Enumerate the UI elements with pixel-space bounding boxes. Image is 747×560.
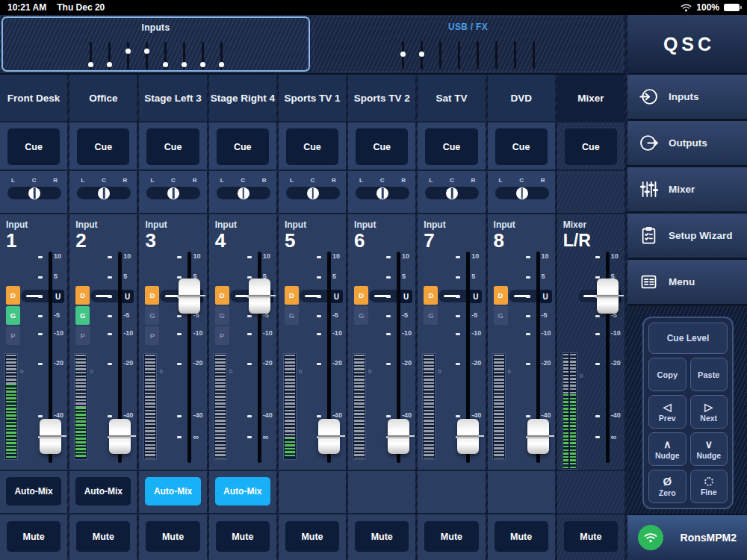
mute-button[interactable]: Mute	[564, 521, 618, 552]
pan-knob[interactable]	[446, 187, 458, 199]
chevron-up-icon: ∧	[663, 439, 671, 449]
fader-section: Input 3 DGP 0 105U-5-10-20-40∞	[139, 214, 206, 471]
fader-handle[interactable]	[457, 419, 479, 454]
sidebar-item-mixer[interactable]: Mixer	[627, 167, 747, 214]
pan-knob[interactable]	[307, 187, 319, 199]
channel-header[interactable]: DVD	[488, 75, 555, 122]
pan-track[interactable]	[77, 187, 131, 199]
cue-button[interactable]: Cue	[495, 128, 548, 165]
fader-handle[interactable]	[249, 279, 270, 314]
channel-header[interactable]: Sat TV	[418, 75, 485, 122]
fader-scale-label: ∞	[263, 432, 269, 441]
fader-scale-tick	[177, 256, 182, 258]
channel-header[interactable]: Stage Left 3	[139, 75, 206, 122]
pan-track[interactable]	[356, 187, 409, 199]
channel-header[interactable]: Sports TV 1	[279, 75, 346, 122]
fine-button[interactable]: Fine	[690, 470, 728, 503]
fader-scale-label: U	[121, 290, 134, 303]
mini-fader	[164, 42, 167, 69]
cue-level-button[interactable]: Cue Level	[648, 323, 728, 354]
pan-knob[interactable]	[516, 187, 528, 199]
automix-button[interactable]: Auto-Mix	[215, 477, 270, 505]
fader-scale-tick	[595, 436, 600, 438]
sidebar-item-label: Outputs	[669, 137, 707, 149]
mute-button[interactable]: Mute	[355, 521, 409, 552]
mute-button[interactable]: Mute	[495, 521, 548, 552]
fader-scale-tick	[526, 256, 530, 258]
cue-button[interactable]: Cue	[7, 128, 60, 165]
automix-button[interactable]: Auto-Mix	[6, 477, 61, 505]
cue-button[interactable]: Cue	[146, 128, 199, 165]
copy-button[interactable]: Copy	[648, 358, 686, 391]
cue-button[interactable]: Cue	[217, 128, 269, 165]
usbfx-bank-panel[interactable]: USB / FX	[313, 16, 623, 72]
pan-knob[interactable]	[98, 187, 110, 199]
sidebar-item-menu[interactable]: Menu	[627, 260, 747, 306]
status-bar: 10:21 AM Thu Dec 20 100%	[0, 0, 747, 15]
channel-header[interactable]: Sports TV 2	[348, 75, 415, 122]
pan-track[interactable]	[217, 187, 270, 199]
fader-scale-label: -10	[402, 329, 412, 337]
mini-fader	[202, 42, 204, 69]
inputs-bank-panel[interactable]: Inputs	[1, 16, 310, 72]
sidebar-item-setup-wizard[interactable]: Setup Wizard	[627, 214, 747, 260]
bank-selector-bar: Inputs USB / FX	[0, 15, 624, 75]
fader-scale-tick	[456, 296, 460, 298]
channel-header[interactable]: Front Desk	[0, 75, 67, 122]
cue-button[interactable]: Cue	[565, 128, 617, 165]
channel-type-label: Input	[494, 220, 515, 230]
mute-button[interactable]: Mute	[146, 521, 199, 552]
fader-scale-label: -10	[542, 329, 551, 337]
mute-button[interactable]: Mute	[285, 521, 339, 552]
channel-header[interactable]: Stage Right 4	[209, 75, 276, 122]
fader-handle[interactable]	[388, 419, 409, 454]
pan-knob[interactable]	[238, 187, 249, 199]
zero-button[interactable]: Ø Zero	[648, 470, 686, 503]
automix-button[interactable]: Auto-Mix	[75, 477, 131, 505]
fader-handle[interactable]	[109, 419, 131, 454]
fader-handle[interactable]	[179, 279, 200, 314]
pan-knob[interactable]	[376, 187, 388, 199]
paste-button[interactable]: Paste	[690, 358, 728, 391]
cue-button[interactable]: Cue	[286, 128, 338, 165]
mini-fader	[127, 42, 129, 69]
fader-section: Input 2 DGP 0 105U-5-10-20-40∞	[69, 214, 137, 471]
pan-knob[interactable]	[28, 187, 40, 199]
cue-button[interactable]: Cue	[356, 128, 408, 165]
inputs-bank-faders	[90, 42, 223, 69]
fader-scale-label: 10	[332, 252, 340, 260]
fader-handle[interactable]	[40, 419, 61, 454]
fader-handle[interactable]	[318, 419, 340, 454]
automix-button[interactable]: Auto-Mix	[145, 477, 200, 505]
channel-header[interactable]: Mixer	[557, 75, 624, 122]
pan-track[interactable]	[286, 187, 340, 199]
pan-track[interactable]	[425, 187, 479, 199]
fader-scale-tick	[177, 363, 182, 365]
cue-button[interactable]: Cue	[425, 128, 477, 165]
cue-button[interactable]: Cue	[77, 128, 129, 165]
channel-header[interactable]: Office	[69, 75, 137, 122]
mute-button[interactable]: Mute	[7, 521, 61, 552]
nudge-down-button[interactable]: ∨ Nudge	[690, 432, 728, 466]
pan-track[interactable]	[495, 187, 549, 199]
mute-button[interactable]: Mute	[216, 521, 270, 552]
mute-button[interactable]: Mute	[76, 521, 130, 552]
fader-scale-tick	[108, 315, 112, 317]
nudge-up-button[interactable]: ∧ Nudge	[648, 432, 686, 466]
sidebar-item-outputs[interactable]: Outputs	[627, 121, 747, 167]
sidebar-item-inputs[interactable]: Inputs	[627, 75, 747, 121]
pan-knob[interactable]	[167, 187, 179, 199]
next-button[interactable]: ▷ Next	[690, 395, 728, 429]
mini-fader	[146, 42, 148, 69]
channel-name: Sports TV 1	[284, 93, 340, 104]
prev-button[interactable]: ◁ Prev	[648, 395, 686, 429]
pan-track[interactable]	[7, 187, 61, 199]
dynamics-indicator-p: P	[145, 326, 159, 345]
fader-scale-label: -40	[123, 411, 133, 419]
fader-handle[interactable]	[527, 419, 549, 454]
connection-bar[interactable]: RonsMPM2	[627, 514, 747, 560]
pan-track[interactable]	[146, 187, 200, 199]
fader-scale-label: -20	[54, 359, 63, 367]
mute-button[interactable]: Mute	[424, 521, 478, 552]
fader-handle[interactable]	[597, 279, 619, 314]
